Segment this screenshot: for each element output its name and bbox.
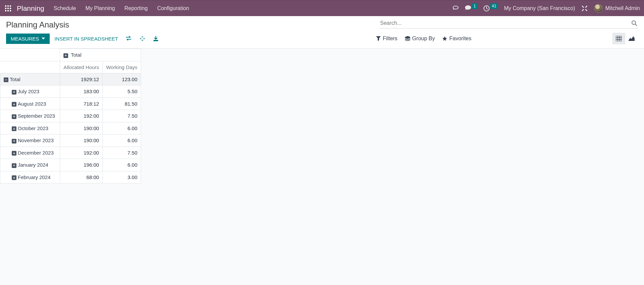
page-title: Planning Analysis — [6, 19, 69, 30]
pivot-table: + Total Allocated Hours Working Days −To… — [0, 49, 141, 183]
avatar — [594, 4, 603, 13]
row-total-header[interactable]: −Total — [0, 73, 60, 86]
control-panel: Planning Analysis MEASURES INSERT IN SPR… — [0, 16, 644, 49]
plus-icon: + — [12, 175, 16, 180]
filters-button[interactable]: Filters — [376, 36, 398, 42]
row-total-label: Total — [10, 76, 20, 82]
row-label: October 2023 — [18, 125, 48, 131]
svg-rect-13 — [616, 36, 622, 41]
plus-icon: + — [12, 126, 16, 131]
pivot-corner-2 — [0, 61, 60, 73]
row-header[interactable]: +February 2024 — [0, 171, 60, 183]
support-icon[interactable] — [452, 6, 459, 11]
insert-spreadsheet-button[interactable]: INSERT IN SPREADSHEET — [54, 36, 118, 42]
user-menu[interactable]: Mitchell Admin — [594, 4, 640, 13]
col-total-label: Total — [71, 52, 82, 58]
menu-configuration[interactable]: Configuration — [157, 5, 189, 11]
measures-label: MEASURES — [11, 36, 39, 42]
search-bar — [379, 19, 638, 28]
apps-icon[interactable] — [4, 4, 12, 12]
cell-allocated-hours: 192:00 — [60, 147, 103, 159]
row-label: February 2024 — [18, 174, 51, 180]
svg-rect-6 — [5, 10, 6, 11]
svg-line-12 — [635, 24, 637, 26]
row-header[interactable]: +November 2023 — [0, 134, 60, 147]
plus-icon: + — [12, 90, 16, 95]
messages-badge: 1 — [472, 3, 477, 9]
content-area: + Total Allocated Hours Working Days −To… — [0, 49, 644, 283]
menu-my-planning[interactable]: My Planning — [85, 5, 115, 11]
plus-icon: + — [12, 151, 16, 156]
company-switcher[interactable]: My Company (San Francisco) — [504, 5, 575, 11]
cell-allocated-hours: 718:12 — [60, 98, 103, 110]
search-icon[interactable] — [631, 20, 637, 26]
groupby-button[interactable]: Group By — [405, 36, 435, 42]
caret-down-icon — [42, 38, 45, 40]
pivot-view-button[interactable] — [612, 33, 625, 44]
username: Mitchell Admin — [605, 5, 640, 11]
svg-rect-1 — [7, 5, 9, 7]
svg-rect-3 — [5, 8, 6, 9]
measures-button[interactable]: MEASURES — [6, 34, 50, 44]
menu-schedule[interactable]: Schedule — [54, 5, 76, 11]
cell-working-days: 7.50 — [102, 147, 141, 159]
layers-icon — [405, 36, 410, 41]
svg-rect-0 — [5, 5, 6, 7]
cell-working-days: 3.00 — [102, 171, 141, 183]
cell-allocated-hours: 183:00 — [60, 86, 103, 98]
row-label: September 2023 — [18, 113, 55, 119]
cell-working-days: 6.00 — [102, 134, 141, 147]
download-icon[interactable] — [153, 36, 158, 41]
cell-allocated-hours: 190:00 — [60, 134, 103, 147]
activities-badge: 41 — [490, 3, 498, 9]
favorites-button[interactable]: Favorites — [442, 36, 471, 42]
debug-icon[interactable] — [581, 5, 588, 12]
plus-icon: + — [12, 102, 16, 107]
filters-label: Filters — [383, 36, 398, 42]
svg-rect-8 — [10, 10, 11, 11]
svg-rect-7 — [7, 10, 9, 11]
row-header[interactable]: +July 2023 — [0, 86, 60, 98]
row-header[interactable]: +August 2023 — [0, 98, 60, 110]
svg-rect-2 — [10, 5, 11, 7]
plus-icon: + — [63, 53, 68, 58]
groupby-label: Group By — [412, 36, 435, 42]
cell-working-days: 5.50 — [102, 86, 141, 98]
graph-view-button[interactable] — [625, 33, 638, 44]
cell-allocated-hours: 192:00 — [60, 110, 103, 122]
row-header[interactable]: +December 2023 — [0, 147, 60, 159]
main-navbar: Planning Schedule My Planning Reporting … — [0, 0, 644, 16]
cell-working-days: 6.00 — [102, 122, 141, 134]
menu-reporting[interactable]: Reporting — [125, 5, 148, 11]
row-header[interactable]: +September 2023 — [0, 110, 60, 122]
main-menu: Schedule My Planning Reporting Configura… — [54, 5, 189, 11]
flip-axis-icon[interactable] — [126, 36, 132, 41]
expand-all-icon[interactable] — [140, 36, 145, 41]
row-label: July 2023 — [18, 89, 39, 94]
svg-rect-5 — [10, 8, 11, 9]
cell-allocated-hours: 190:00 — [60, 122, 103, 134]
col-total-header[interactable]: + Total — [60, 49, 141, 61]
plus-icon: + — [12, 139, 16, 144]
search-input[interactable] — [380, 20, 631, 26]
row-header[interactable]: +October 2023 — [0, 122, 60, 134]
measure-working-days[interactable]: Working Days — [102, 61, 141, 73]
star-icon — [442, 36, 447, 41]
measure-allocated-hours[interactable]: Allocated Hours — [60, 61, 103, 73]
svg-point-9 — [454, 6, 458, 9]
filter-icon — [376, 36, 381, 41]
row-header[interactable]: +January 2024 — [0, 159, 60, 171]
svg-rect-4 — [7, 8, 9, 9]
plus-icon: + — [12, 114, 16, 119]
activities-icon[interactable]: 41 — [484, 5, 498, 11]
messages-icon[interactable]: 1 — [465, 5, 477, 11]
pivot-corner — [0, 49, 60, 61]
view-switcher — [612, 33, 638, 44]
total-allocated-hours: 1929:12 — [60, 73, 103, 86]
cell-allocated-hours: 196:00 — [60, 159, 103, 171]
cell-working-days: 7.50 — [102, 110, 141, 122]
cell-working-days: 6.00 — [102, 159, 141, 171]
favorites-label: Favorites — [449, 36, 471, 42]
row-label: August 2023 — [18, 101, 46, 107]
app-brand[interactable]: Planning — [17, 4, 44, 12]
